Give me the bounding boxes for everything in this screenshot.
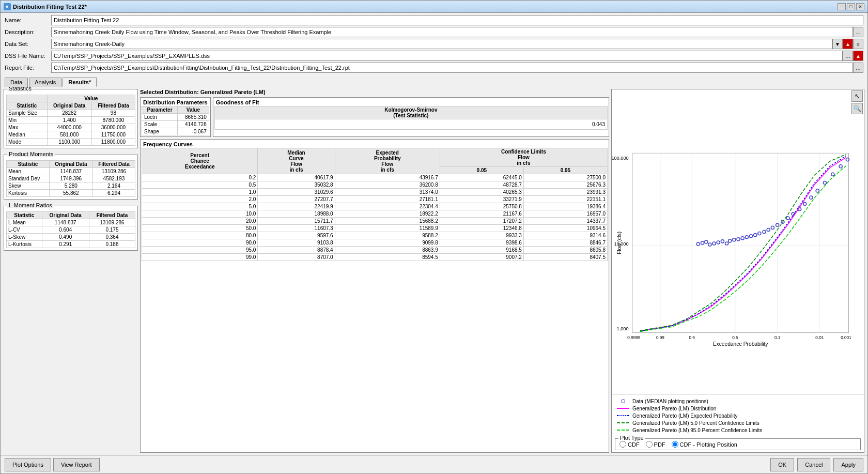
radio-pdf-input[interactable] — [646, 441, 653, 448]
tab-results[interactable]: Results* — [63, 78, 97, 87]
selected-dist-header: Selected Distribution: Generalized Paret… — [140, 89, 609, 95]
titlebar-left: ■ Distribution Fitting Test 22* — [4, 3, 87, 10]
close-button[interactable]: ✕ — [856, 3, 864, 10]
table-row: Loctn8665.310 — [142, 114, 209, 121]
pm-col-stat: Statistic — [7, 161, 50, 168]
chart-svg-wrapper: Flow (cfs) 100,000 10,000 1,000 — [612, 89, 864, 394]
legend-item-expected: Generalized Pareto (LM) Expected Probabi… — [617, 412, 859, 419]
x-axis-label: Exceedance Probability — [713, 341, 769, 347]
product-moments-title: Product Moments — [7, 151, 55, 157]
x-label-1: 0.9999 — [627, 335, 640, 340]
report-input[interactable] — [51, 63, 853, 73]
table-row: 2.027207.727181.133271.922151.1 — [142, 196, 608, 203]
freq-curves-table-body: 0.240617.943916.762445.027500.00.535032.… — [142, 174, 608, 261]
x-label-4: 0.5 — [732, 335, 738, 340]
desc-btn[interactable]: … — [853, 27, 863, 37]
ok-button[interactable]: OK — [770, 458, 794, 471]
table-row: 90.09103.89099.89398.68846.7 — [142, 239, 608, 247]
stats-col-filtered: Filtered Data — [91, 102, 135, 110]
dp-col-param: Parameter — [142, 106, 178, 114]
x-label-6: 0.01 — [815, 335, 824, 340]
cl95-line-icon — [617, 430, 629, 431]
minimize-button[interactable]: ─ — [838, 3, 846, 10]
stats-col-value: Value — [47, 95, 135, 102]
desc-row: Description: … — [5, 27, 863, 37]
cursor-tool-btn[interactable]: ↖ — [851, 90, 863, 102]
chart-toolbar: ↖ 🔍 — [851, 90, 863, 115]
zoom-tool-btn[interactable]: 🔍 — [851, 103, 863, 114]
radio-pdf-label: PDF — [654, 441, 665, 448]
dataset-table-btn[interactable]: ≡ — [853, 39, 863, 49]
x-label-3: 0.9 — [689, 335, 695, 340]
desc-input-group: … — [51, 27, 863, 37]
apply-button[interactable]: Apply — [833, 458, 863, 471]
table-row: Max44000.00036000.000 — [7, 124, 135, 131]
table-row: Min1.4008780.000 — [7, 117, 135, 124]
dist-params-title: Distribution Parameters — [142, 99, 209, 106]
stats-col-statistic — [7, 95, 48, 102]
dataset-dropdown-btn[interactable]: ▼ — [832, 39, 843, 49]
table-row: Mean1148.83713109.286 — [7, 168, 135, 175]
data-circle-icon — [621, 399, 625, 403]
radio-cdf-plotting-label: CDF - Plotting Position — [680, 441, 737, 448]
dp-col-value: Value — [178, 106, 209, 114]
fc-col-95: 0.95 — [523, 167, 607, 174]
radio-cdf-input[interactable] — [619, 441, 626, 448]
tab-data[interactable]: Data — [5, 78, 28, 87]
legend-item-cl95: Generalized Pareto (LM) 95.0 Percent Con… — [617, 427, 859, 433]
desc-label: Description: — [5, 29, 51, 35]
desc-input[interactable] — [51, 27, 853, 37]
radio-pdf[interactable]: PDF — [646, 441, 665, 448]
radio-cdf-plotting[interactable]: CDF - Plotting Position — [672, 441, 737, 448]
product-moments-group: Product Moments Statistic Original Data … — [4, 155, 138, 200]
dataset-chart-btn[interactable]: ▲ — [843, 39, 853, 49]
table-row: Shape-0.067 — [142, 128, 209, 135]
legend-item-pareto: Generalized Pareto (LM) Distribution — [617, 405, 859, 411]
view-report-button[interactable]: View Report — [53, 458, 100, 471]
dss-browse-btn[interactable]: … — [843, 51, 853, 61]
name-input[interactable] — [51, 15, 863, 25]
table-row: Scale4146.728 — [142, 121, 209, 128]
table-row: 0.240617.943916.762445.027500.0 — [142, 174, 608, 181]
radio-cdf-plotting-input[interactable] — [672, 441, 678, 448]
table-row: Standard Dev1749.3964582.193 — [7, 175, 135, 182]
lm-col-original: Original Data — [42, 212, 89, 219]
fc-col-05: 0.05 — [440, 167, 523, 174]
legend-symbol-expected — [617, 412, 629, 419]
table-row: L-Kurtosis0.2910.188 — [7, 241, 135, 248]
dss-label: DSS File Name: — [5, 53, 51, 59]
lm-col-stat: Statistic — [7, 212, 42, 219]
radio-cdf-label: CDF — [628, 441, 640, 448]
legend-symbol-data — [617, 398, 629, 404]
freq-curves-box: Frequency Curves PercentChanceExceedance… — [140, 139, 609, 453]
maximize-button[interactable]: □ — [847, 3, 855, 10]
lmoment-table: Statistic Original Data Filtered Data L-… — [6, 211, 135, 248]
table-row: 1.031029.631374.040265.323991.3 — [142, 189, 608, 196]
report-browse-btn[interactable]: … — [853, 63, 863, 73]
middle-panel: Selected Distribution: Generalized Paret… — [140, 89, 609, 453]
lmoment-group: L-Moment Ratios Statistic Original Data … — [4, 206, 138, 251]
x-label-5: 0.1 — [774, 335, 781, 340]
cl5-line-icon — [617, 422, 629, 423]
table-row: 50.011607.311589.912346.810964.5 — [142, 225, 608, 232]
legend-label-cl5: Generalized Pareto (LM) 5.0 Percent Conf… — [632, 420, 760, 426]
report-input-group: … — [51, 63, 863, 73]
tab-analysis[interactable]: Analysis — [29, 78, 61, 87]
lmoment-title: L-Moment Ratios — [7, 202, 54, 208]
legend-item-data: Data (MEDIAN plotting positions) — [617, 398, 859, 404]
table-row: Kurtosis55.8626.294 — [7, 190, 135, 197]
y-label-100k: 100,000 — [611, 156, 628, 161]
tabs: Data Analysis Results* — [1, 77, 867, 87]
y-label-10k: 10,000 — [614, 241, 628, 247]
dss-chart-btn[interactable]: ▲ — [853, 51, 863, 61]
radio-cdf[interactable]: CDF — [619, 441, 640, 448]
plot-options-button[interactable]: Plot Options — [5, 458, 51, 471]
statistics-table-body: Sample Size2828298Min1.4008780.000Max440… — [7, 110, 135, 146]
cancel-button[interactable]: Cancel — [797, 458, 830, 471]
lm-col-filtered: Filtered Data — [89, 212, 135, 219]
dataset-input[interactable] — [51, 39, 832, 49]
table-row: 95.08878.48863.99168.58605.8 — [142, 247, 608, 254]
pareto-line-icon — [617, 408, 629, 409]
dss-input[interactable] — [51, 51, 843, 61]
table-row: 99.08707.08594.59007.28407.5 — [142, 254, 608, 261]
